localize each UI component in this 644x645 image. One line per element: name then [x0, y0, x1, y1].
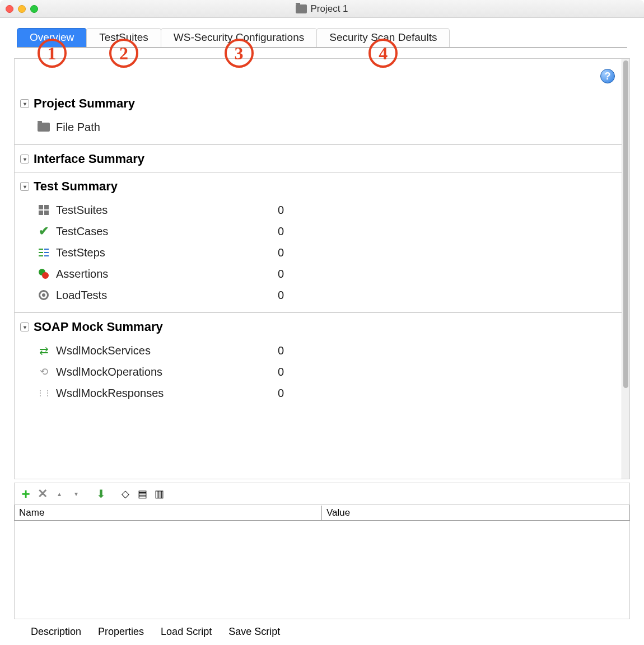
section-project-summary: ▾ Project Summary File Path [15, 90, 622, 145]
mockresponses-value: 0 [278, 387, 284, 400]
section-header-project[interactable]: ▾ Project Summary [15, 90, 622, 116]
section-header-test[interactable]: ▾ Test Summary [15, 172, 622, 199]
properties-table-header: Name Value [14, 505, 630, 521]
tab-save-script[interactable]: Save Script [228, 626, 280, 638]
save-properties-button[interactable]: ▥ [152, 487, 166, 501]
loadtests-value: 0 [278, 289, 284, 302]
row-testsuites: TestSuites 0 [37, 199, 622, 221]
row-mockservices: ⇄ WsdlMockServices 0 [37, 340, 622, 361]
chevron-down-icon: ▾ [20, 155, 29, 163]
clear-button[interactable]: ◇ [119, 487, 132, 501]
tab-overview-label: Overview [30, 31, 74, 43]
column-value[interactable]: Value [322, 506, 629, 520]
test-summary-title: Test Summary [34, 179, 118, 194]
content-panel: ? ▾ Project Summary File Path ▾ I [14, 58, 630, 479]
move-down-button[interactable]: ▾ [69, 487, 83, 501]
mockservices-value: 0 [278, 344, 284, 357]
testsuites-value: 0 [278, 204, 284, 217]
mockoperations-label: WsdlMockOperations [56, 366, 162, 378]
project-summary-title: Project Summary [34, 96, 135, 111]
zoom-window-button[interactable] [30, 5, 38, 13]
content-scroll[interactable]: ▾ Project Summary File Path ▾ Interface … [15, 59, 622, 479]
tab-testsuites-label: TestSuites [99, 31, 148, 43]
row-mockoperations: ⟲ WsdlMockOperations 0 [37, 361, 622, 382]
scrollbar-thumb[interactable] [623, 60, 628, 388]
check-icon: ✔ [37, 225, 50, 238]
teststeps-label: TestSteps [56, 246, 105, 259]
remove-property-button[interactable]: ✕ [36, 487, 49, 501]
chevron-down-icon: ▾ [20, 182, 29, 191]
mockresponses-icon: ⋮⋮ [37, 386, 50, 400]
row-teststeps: TestSteps 0 [37, 242, 622, 263]
column-name[interactable]: Name [15, 506, 322, 520]
row-assertions: Assertions 0 [37, 263, 622, 284]
folder-icon [37, 120, 50, 134]
chevron-down-icon: ▾ [20, 322, 29, 331]
testcases-value: 0 [278, 225, 284, 238]
interface-summary-title: Interface Summary [34, 152, 144, 166]
tab-overview[interactable]: Overview 1 [17, 28, 87, 47]
row-loadtests: LoadTests 0 [37, 284, 622, 306]
section-header-soap[interactable]: ▾ SOAP Mock Summary [15, 313, 622, 340]
mockservices-label: WsdlMockServices [56, 344, 151, 357]
file-path-label: File Path [56, 121, 100, 134]
folder-icon [296, 4, 307, 13]
assertions-icon [37, 267, 50, 281]
tab-ws-security[interactable]: WS-Security Configurations 3 [161, 28, 317, 47]
soap-mock-title: SOAP Mock Summary [34, 320, 163, 334]
row-testcases: ✔ TestCases 0 [37, 221, 622, 242]
tab-ws-security-label: WS-Security Configurations [174, 31, 304, 43]
titlebar: Project 1 [0, 0, 644, 18]
window-title: Project 1 [0, 3, 644, 15]
move-up-button[interactable]: ▴ [53, 487, 66, 501]
section-test-summary: ▾ Test Summary TestSuites 0 ✔ TestCases … [15, 172, 622, 313]
tab-security-scan[interactable]: Security Scan Defaults 4 [316, 28, 450, 47]
mockresponses-label: WsdlMockResponses [56, 387, 164, 400]
mockoperations-icon: ⟲ [37, 365, 50, 378]
loadtest-icon [37, 288, 50, 302]
help-button[interactable]: ? [600, 69, 615, 83]
assertions-value: 0 [278, 268, 284, 281]
sort-button[interactable]: ⬇ [94, 487, 108, 501]
load-properties-button[interactable]: ▤ [136, 487, 149, 501]
row-mockresponses: ⋮⋮ WsdlMockResponses 0 [37, 382, 622, 404]
chevron-down-icon: ▾ [20, 99, 29, 108]
bottom-tabs: Description Properties Load Script Save … [14, 619, 630, 645]
assertions-label: Assertions [56, 268, 108, 281]
mockoperations-value: 0 [278, 366, 284, 378]
section-header-interface[interactable]: ▾ Interface Summary [15, 145, 622, 172]
minimize-window-button[interactable] [18, 5, 26, 13]
window-title-text: Project 1 [310, 3, 348, 15]
mockservices-icon: ⇄ [37, 344, 50, 357]
close-window-button[interactable] [6, 5, 13, 13]
row-file-path[interactable]: File Path [37, 116, 622, 138]
steps-icon [37, 246, 50, 259]
loadtests-label: LoadTests [56, 289, 107, 302]
help-icon-glyph: ? [605, 71, 611, 82]
section-soap-mock-summary: ▾ SOAP Mock Summary ⇄ WsdlMockServices 0… [15, 313, 622, 410]
tab-load-script[interactable]: Load Script [161, 626, 212, 638]
section-interface-summary: ▾ Interface Summary [15, 145, 622, 172]
properties-table-body[interactable] [14, 521, 630, 619]
tab-security-scan-label: Security Scan Defaults [329, 31, 437, 43]
grid-icon [37, 203, 50, 217]
teststeps-value: 0 [278, 246, 284, 259]
tab-properties[interactable]: Properties [98, 626, 144, 638]
vertical-scrollbar[interactable] [622, 59, 629, 479]
tab-testsuites[interactable]: TestSuites 2 [86, 28, 161, 47]
add-property-button[interactable]: + [19, 487, 32, 501]
testcases-label: TestCases [56, 225, 108, 238]
properties-toolbar: + ✕ ▴ ▾ ⬇ ◇ ▤ ▥ [14, 483, 630, 505]
testsuites-label: TestSuites [56, 204, 108, 217]
window-controls [6, 5, 38, 13]
tab-description[interactable]: Description [31, 626, 81, 638]
properties-panel: + ✕ ▴ ▾ ⬇ ◇ ▤ ▥ Name Value Description P… [14, 483, 630, 645]
app-body: Overview 1 TestSuites 2 WS-Security Conf… [0, 18, 644, 645]
main-tabs: Overview 1 TestSuites 2 WS-Security Conf… [17, 28, 627, 48]
